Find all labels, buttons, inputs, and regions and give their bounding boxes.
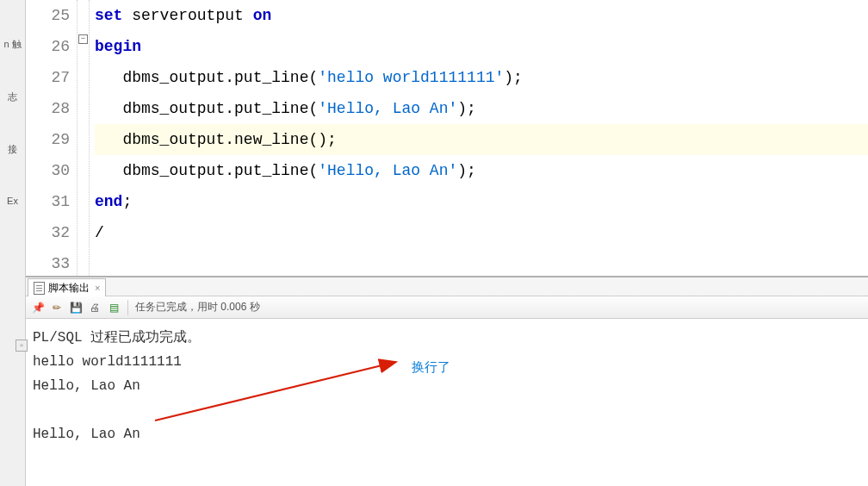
- output-tabs: 脚本输出 ×: [26, 277, 868, 296]
- line-number: 26: [26, 31, 70, 62]
- output-pane: 脚本输出 × 📌 ✏ 💾 🖨 ▤ 任务已完成，用时 0.006 秒 PL/SQL…: [26, 277, 868, 486]
- sidebar-tab[interactable]: 志: [0, 56, 25, 109]
- document-icon: [34, 282, 45, 295]
- line-number: 29: [26, 124, 70, 155]
- annotation-label: 换行了: [412, 355, 450, 379]
- expand-panel-icon[interactable]: ▫: [16, 340, 28, 352]
- output-line: PL/SQL 过程已成功完成。: [33, 326, 861, 350]
- code-line[interactable]: dbms_output.put_line('Hello, Lao An');: [95, 93, 868, 124]
- sidebar-tab[interactable]: 接: [0, 109, 25, 161]
- code-line[interactable]: dbms_output.put_line('Hello, Lao An');: [95, 155, 868, 186]
- line-number: 27: [26, 62, 70, 93]
- line-number-gutter: 252627282930313233: [26, 0, 78, 276]
- close-icon[interactable]: ×: [93, 283, 100, 293]
- code-line[interactable]: begin: [95, 31, 868, 62]
- output-line: [33, 398, 861, 422]
- editor-content: 252627282930313233 − set serveroutput on…: [26, 0, 868, 276]
- code-line[interactable]: dbms_output.put_line('hello world1111111…: [95, 62, 868, 93]
- code-line[interactable]: [95, 248, 868, 277]
- pin-icon[interactable]: 📌: [31, 301, 45, 315]
- line-number: 33: [26, 248, 70, 277]
- code-line[interactable]: set serveroutput on: [95, 0, 868, 31]
- sidebar-tab[interactable]: Ex: [0, 161, 25, 211]
- code-line[interactable]: dbms_output.new_line();: [95, 124, 868, 155]
- sql-icon[interactable]: ▤: [107, 301, 121, 315]
- editor-pane[interactable]: 252627282930313233 − set serveroutput on…: [26, 0, 868, 277]
- left-sidebar: n 触 志 接 Ex: [0, 0, 26, 486]
- tab-label: 脚本输出: [48, 281, 90, 296]
- sidebar-tab[interactable]: n 触: [0, 3, 25, 56]
- script-output-tab[interactable]: 脚本输出 ×: [28, 278, 106, 297]
- line-number: 25: [26, 0, 70, 31]
- content-area: 252627282930313233 − set serveroutput on…: [26, 0, 868, 486]
- fold-collapse-icon[interactable]: −: [78, 34, 88, 44]
- output-toolbar: 📌 ✏ 💾 🖨 ▤ 任务已完成，用时 0.006 秒: [26, 296, 868, 319]
- toolbar-status-text: 任务已完成，用时 0.006 秒: [135, 300, 260, 315]
- output-body[interactable]: PL/SQL 过程已成功完成。hello world1111111Hello, …: [26, 319, 868, 486]
- line-number: 30: [26, 155, 70, 186]
- code-area[interactable]: set serveroutput onbegin dbms_output.put…: [90, 0, 868, 276]
- code-line[interactable]: end;: [95, 186, 868, 217]
- line-number: 32: [26, 217, 70, 248]
- print-icon[interactable]: 🖨: [88, 301, 102, 315]
- line-number: 28: [26, 93, 70, 124]
- main-container: n 触 志 接 Ex 252627282930313233 − set serv…: [0, 0, 868, 486]
- output-line: Hello, Lao An: [33, 422, 861, 446]
- toolbar-separator: [127, 300, 128, 315]
- code-line[interactable]: /: [95, 217, 868, 248]
- fold-gutter: −: [78, 0, 90, 276]
- erase-icon[interactable]: ✏: [50, 301, 64, 315]
- line-number: 31: [26, 186, 70, 217]
- save-icon[interactable]: 💾: [69, 301, 83, 315]
